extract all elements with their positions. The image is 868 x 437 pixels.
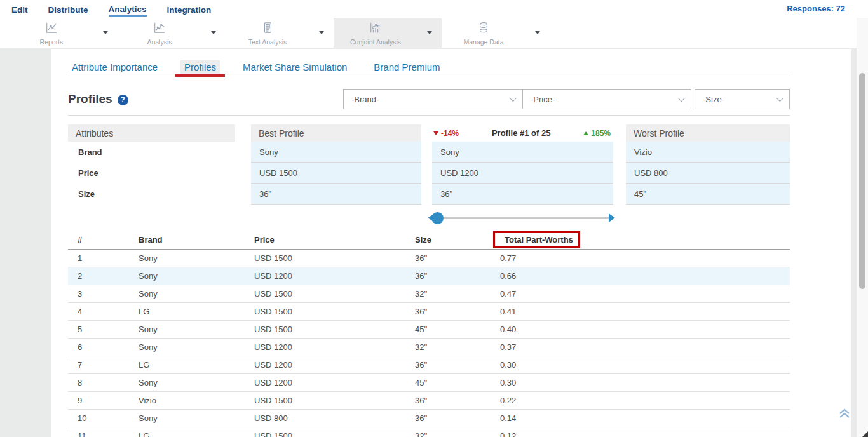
table-row[interactable]: 5SonyUSD 150045"0.40 xyxy=(68,321,790,339)
main-content-panel: Attribute Importance Profiles Market Sha… xyxy=(51,49,851,437)
profiles-table-header: # Brand Price Size Total Part-Worths xyxy=(68,231,790,250)
manage-data-dropdown-caret[interactable] xyxy=(526,18,550,48)
toolbar-label: Conjoint Analysis xyxy=(350,38,401,46)
table-cell: 0.14 xyxy=(491,413,790,423)
chevron-down-icon xyxy=(678,95,685,102)
size-filter-value: -Size- xyxy=(703,95,724,104)
table-row[interactable]: 7LGUSD 120036"0.30 xyxy=(68,356,790,374)
analysis-dropdown-caret[interactable] xyxy=(201,18,226,48)
double-chevron-up-icon xyxy=(837,411,851,422)
conjoint-analysis-button[interactable]: Conjoint Analysis xyxy=(334,18,417,48)
attribute-label-price: Price xyxy=(68,163,235,184)
worst-profile-header: Worst Profile xyxy=(626,124,790,142)
worst-profile-brand: Vizio xyxy=(626,142,790,163)
table-cell: 6 xyxy=(68,342,129,352)
decrease-badge: -14% xyxy=(433,129,459,138)
table-cell: 4 xyxy=(68,307,129,316)
table-cell: USD 1500 xyxy=(245,431,405,437)
text-analysis-button[interactable]: Text Analysis xyxy=(226,18,309,48)
toolbar-group-conjoint-analysis: Conjoint Analysis xyxy=(334,18,442,48)
table-cell: 0.77 xyxy=(491,253,790,263)
nav-item-analytics[interactable]: Analytics xyxy=(109,2,147,17)
profiles-table: # Brand Price Size Total Part-Worths 1So… xyxy=(68,231,790,437)
toolbar-label: Manage Data xyxy=(463,38,503,46)
toolbar-group-manage-data: Manage Data xyxy=(442,18,550,48)
table-cell: Sony xyxy=(129,378,245,387)
responses-count: Responses: 72 xyxy=(787,4,845,13)
toolbar-label: Reports xyxy=(40,38,64,46)
table-row[interactable]: 11LGUSD 150032"0.12 xyxy=(68,427,790,437)
table-row[interactable]: 1SonyUSD 150036"0.77 xyxy=(68,250,790,267)
worst-profile-column: Worst Profile Vizio USD 800 45" xyxy=(626,124,790,205)
table-row[interactable]: 10SonyUSD 80036"0.14 xyxy=(68,410,790,427)
conjoint-subtabs: Attribute Importance Profiles Market Sha… xyxy=(68,60,790,76)
tab-market-share-simulation[interactable]: Market Share Simulation xyxy=(239,60,351,76)
table-cell: Sony xyxy=(129,271,245,281)
price-filter-value: -Price- xyxy=(531,95,555,104)
current-profile-price: USD 1200 xyxy=(432,163,613,184)
table-cell: 0.30 xyxy=(491,378,790,387)
table-cell: USD 1200 xyxy=(245,378,405,387)
current-profile-brand: Sony xyxy=(432,142,613,163)
column-header-number: # xyxy=(68,235,129,245)
reports-dropdown-caret[interactable] xyxy=(93,18,118,48)
nav-item-distribute[interactable]: Distribute xyxy=(48,3,88,16)
toolbar-group-text-analysis: Text Analysis xyxy=(226,18,334,48)
scatter-chart-icon xyxy=(369,22,383,37)
table-row[interactable]: 6SonyUSD 120032"0.37 xyxy=(68,339,790,356)
table-cell: 0.30 xyxy=(491,360,790,370)
help-icon[interactable]: ? xyxy=(118,95,128,105)
profile-slider-track[interactable] xyxy=(438,217,610,219)
best-profile-brand: Sony xyxy=(251,142,421,163)
slider-next-arrow[interactable] xyxy=(609,213,615,222)
table-cell: 2 xyxy=(68,271,129,281)
text-analysis-dropdown-caret[interactable] xyxy=(309,18,334,48)
table-cell: 10 xyxy=(68,413,129,423)
table-cell: 0.12 xyxy=(491,431,790,437)
tab-attribute-importance[interactable]: Attribute Importance xyxy=(68,60,161,76)
table-row[interactable]: 3SonyUSD 150032"0.47 xyxy=(68,285,790,303)
table-cell: Vizio xyxy=(129,396,245,405)
table-cell: 1 xyxy=(68,253,129,263)
toolbar-group-reports: Reports xyxy=(10,18,118,48)
table-cell: Sony xyxy=(129,325,245,334)
column-header-price: Price xyxy=(245,235,405,245)
table-row[interactable]: 8SonyUSD 120045"0.30 xyxy=(68,374,790,392)
profile-slider-handle[interactable] xyxy=(431,212,444,224)
nav-item-edit[interactable]: Edit xyxy=(11,3,28,16)
table-cell: 5 xyxy=(68,325,129,334)
vertical-scrollbar xyxy=(857,18,868,437)
table-row[interactable]: 2SonyUSD 120036"0.66 xyxy=(68,267,790,285)
best-profile-header: Best Profile xyxy=(251,124,421,142)
trend-chart-icon xyxy=(153,22,166,37)
top-navigation-bar: Edit Distribute Analytics Integration Re… xyxy=(0,0,868,18)
nav-item-integration[interactable]: Integration xyxy=(167,3,212,16)
table-cell: 0.22 xyxy=(491,396,790,405)
back-to-top-button[interactable] xyxy=(837,406,851,420)
conjoint-analysis-dropdown-caret[interactable] xyxy=(417,18,442,48)
manage-data-button[interactable]: Manage Data xyxy=(442,18,526,48)
text-document-icon xyxy=(261,22,275,37)
conjoint-profiles-page: { "topnav": { "items": [ { "label": "Edi… xyxy=(0,0,868,437)
table-cell: 3 xyxy=(68,289,129,299)
table-cell: Sony xyxy=(129,342,245,352)
table-row[interactable]: 9VizioUSD 150036"0.22 xyxy=(68,392,790,410)
table-row[interactable]: 4LGUSD 150036"0.41 xyxy=(68,303,790,321)
table-cell: 0.40 xyxy=(491,325,790,334)
current-profile-size: 36" xyxy=(432,184,613,205)
table-cell: LG xyxy=(129,431,245,437)
brand-filter-dropdown[interactable]: -Brand- xyxy=(343,89,523,109)
tab-brand-premium[interactable]: Brand Premium xyxy=(370,60,444,76)
table-cell: 0.66 xyxy=(491,271,790,281)
table-cell: USD 800 xyxy=(245,413,405,423)
line-chart-icon xyxy=(44,22,58,37)
price-filter-dropdown[interactable]: -Price- xyxy=(522,89,691,109)
column-header-size: Size xyxy=(405,235,491,245)
scrollbar-thumb[interactable] xyxy=(859,73,865,289)
reports-button[interactable]: Reports xyxy=(10,18,93,48)
tab-profiles[interactable]: Profiles xyxy=(180,60,220,76)
table-cell: 0.41 xyxy=(491,307,790,316)
analysis-button[interactable]: Analysis xyxy=(118,18,201,48)
size-filter-dropdown[interactable]: -Size- xyxy=(695,89,790,109)
table-cell: 36" xyxy=(405,396,491,405)
